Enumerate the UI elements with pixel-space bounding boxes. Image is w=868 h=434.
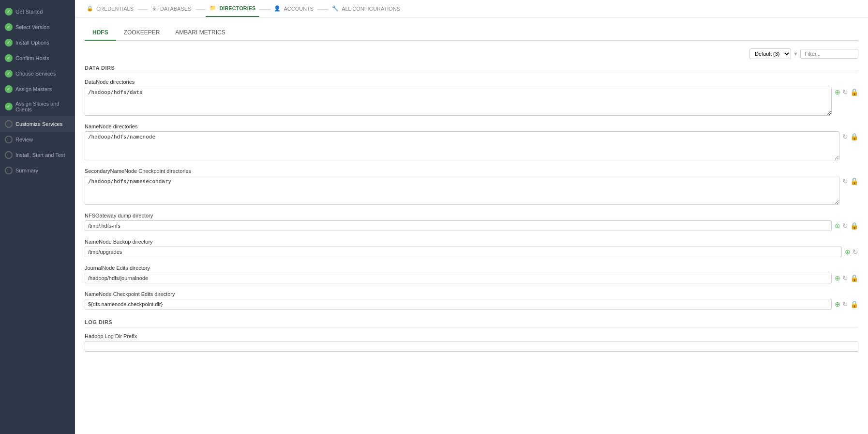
sidebar-item-assign-masters[interactable]: ✓Assign Masters	[0, 81, 75, 97]
credentials-icon: 🔒	[87, 5, 93, 12]
field-input-namenode-dirs[interactable]: /hadoop/hdfs/namenode	[85, 131, 839, 160]
refresh-icon[interactable]: ↻	[842, 301, 848, 308]
field-actions-nfsgateway-dump-dir: ⊕↻🔒	[835, 220, 858, 229]
tabs-bar: HDFSZOOKEEPERAMBARI METRICS	[85, 25, 858, 41]
add-icon[interactable]: ⊕	[835, 222, 840, 229]
field-input-wrap-nfsgateway-dump-dir: ⊕↻🔒	[85, 220, 858, 231]
nav-step-credentials[interactable]: 🔒CREDENTIALS	[83, 5, 137, 12]
field-input-wrap-namenode-dirs: /hadoop/hdfs/namenode↻🔒	[85, 131, 858, 160]
tab-hdfs[interactable]: HDFS	[85, 25, 116, 41]
field-input-datanode-dirs[interactable]: /hadoop/hdfs/data	[85, 87, 832, 116]
field-actions-namenode-checkpoint-edits-dir: ⊕↻🔒	[835, 299, 858, 308]
field-input-wrap-namenode-checkpoint-edits-dir: ⊕↻🔒	[85, 299, 858, 310]
num-icon	[5, 167, 13, 174]
sidebar-item-review[interactable]: Review	[0, 132, 75, 147]
tab-ambari-metrics[interactable]: AMBARI METRICS	[167, 25, 233, 41]
field-row-namenode-checkpoint-edits-dir: NameNode Checkpoint Edits directory⊕↻🔒	[85, 291, 858, 310]
check-icon: ✓	[5, 103, 13, 110]
sections-container: DATA DIRSDataNode directories/hadoop/hdf…	[85, 65, 858, 352]
databases-icon: 🗄	[152, 6, 157, 12]
nav-step-directories[interactable]: 📁DIRECTORIES	[206, 0, 259, 17]
add-icon[interactable]: ⊕	[845, 248, 851, 255]
sidebar-item-label: Choose Services	[15, 71, 56, 77]
nav-step-all-configurations[interactable]: 🔧ALL CONFIGURATIONS	[328, 5, 404, 12]
sidebar-item-confirm-hosts[interactable]: ✓Confirm Hosts	[0, 50, 75, 66]
sidebar-item-label: Install Options	[15, 40, 49, 46]
nav-separator: ——	[317, 6, 328, 12]
lock-icon[interactable]: 🔒	[850, 133, 858, 140]
field-row-secondary-namenode-dirs: SecondaryNameNode Checkpoint directories…	[85, 168, 858, 205]
add-icon[interactable]: ⊕	[835, 301, 840, 308]
accounts-icon: 👤	[274, 5, 281, 12]
nav-step-accounts[interactable]: 👤ACCOUNTS	[270, 5, 317, 12]
nav-separator: ——	[195, 6, 206, 12]
nav-step-label: DATABASES	[160, 6, 191, 12]
nav-separator: ——	[259, 6, 270, 12]
content-area: HDFSZOOKEEPERAMBARI METRICS Default (3) …	[75, 17, 868, 434]
field-input-secondary-namenode-dirs[interactable]: /hadoop/hdfs/namesecondary	[85, 176, 839, 205]
field-actions-datanode-dirs: ⊕↻🔒	[835, 87, 858, 95]
refresh-icon[interactable]: ↻	[842, 275, 848, 281]
nav-separator: ——	[137, 6, 148, 12]
field-row-datanode-dirs: DataNode directories/hadoop/hdfs/data⊕↻🔒	[85, 79, 858, 116]
sidebar-item-label: Review	[15, 137, 33, 142]
sidebar-item-install-start-test[interactable]: Install, Start and Test	[0, 147, 75, 163]
field-input-nfsgateway-dump-dir[interactable]	[85, 220, 832, 231]
field-input-wrap-namenode-backup-dir: ⊕↻	[85, 247, 858, 257]
field-input-namenode-backup-dir[interactable]	[85, 247, 842, 257]
add-icon[interactable]: ⊕	[835, 89, 840, 95]
sidebar-item-label: Customize Services	[15, 121, 62, 127]
sidebar-item-install-options[interactable]: ✓Install Options	[0, 35, 75, 50]
field-row-journalnode-edits-dir: JournalNode Edits directory⊕↻🔒	[85, 265, 858, 283]
field-label-nfsgateway-dump-dir: NFSGateway dump directory	[85, 213, 858, 218]
field-actions-namenode-dirs: ↻🔒	[842, 131, 858, 140]
dropdown-arrow: ▼	[793, 51, 798, 57]
field-row-nfsgateway-dump-dir: NFSGateway dump directory⊕↻🔒	[85, 213, 858, 231]
field-input-hadoop-log-dir-prefix[interactable]	[85, 341, 858, 352]
sidebar-item-label: Get Started	[15, 9, 43, 15]
field-label-datanode-dirs: DataNode directories	[85, 79, 858, 85]
nav-step-databases[interactable]: 🗄DATABASES	[148, 6, 195, 12]
lock-icon[interactable]: 🔒	[850, 222, 858, 229]
field-input-wrap-datanode-dirs: /hadoop/hdfs/data⊕↻🔒	[85, 87, 858, 116]
section-log-dirs: LOG DIRSHadoop Log Dir Prefix	[85, 319, 858, 352]
nav-step-label: ACCOUNTS	[284, 6, 314, 12]
tab-zookeeper[interactable]: ZOOKEEPER	[116, 25, 168, 41]
sidebar-item-choose-services[interactable]: ✓Choose Services	[0, 66, 75, 81]
default-select[interactable]: Default (3)	[749, 48, 791, 59]
filter-input[interactable]	[800, 49, 858, 59]
field-input-journalnode-edits-dir[interactable]	[85, 273, 832, 283]
field-label-namenode-checkpoint-edits-dir: NameNode Checkpoint Edits directory	[85, 291, 858, 297]
refresh-icon[interactable]: ↻	[853, 248, 858, 255]
sidebar-item-summary[interactable]: Summary	[0, 163, 75, 178]
field-label-secondary-namenode-dirs: SecondaryNameNode Checkpoint directories	[85, 168, 858, 174]
add-icon[interactable]: ⊕	[835, 275, 840, 281]
num-icon	[5, 120, 13, 128]
field-actions-namenode-backup-dir: ⊕↻	[845, 247, 858, 255]
top-nav: 🔒CREDENTIALS——🗄DATABASES——📁DIRECTORIES——…	[75, 0, 868, 17]
section-title-data-dirs: DATA DIRS	[85, 65, 858, 73]
sidebar-item-customize-services[interactable]: Customize Services	[0, 116, 75, 132]
field-actions-secondary-namenode-dirs: ↻🔒	[842, 176, 858, 185]
lock-icon[interactable]: 🔒	[850, 89, 858, 95]
field-label-namenode-backup-dir: NameNode Backup directory	[85, 239, 858, 245]
refresh-icon[interactable]: ↻	[842, 222, 848, 229]
refresh-icon[interactable]: ↻	[842, 89, 848, 95]
lock-icon[interactable]: 🔒	[850, 275, 858, 281]
sidebar-item-label: Select Version	[15, 24, 49, 30]
lock-icon[interactable]: 🔒	[850, 178, 858, 185]
field-row-hadoop-log-dir-prefix: Hadoop Log Dir Prefix	[85, 333, 858, 352]
refresh-icon[interactable]: ↻	[842, 178, 848, 185]
field-input-namenode-checkpoint-edits-dir[interactable]	[85, 299, 832, 310]
sidebar-item-label: Summary	[15, 168, 38, 173]
lock-icon[interactable]: 🔒	[850, 301, 858, 308]
sidebar-item-assign-slaves[interactable]: ✓Assign Slaves and Clients	[0, 97, 75, 116]
section-title-log-dirs: LOG DIRS	[85, 319, 858, 327]
field-label-namenode-dirs: NameNode directories	[85, 124, 858, 129]
sidebar-item-select-version[interactable]: ✓Select Version	[0, 19, 75, 35]
field-input-wrap-journalnode-edits-dir: ⊕↻🔒	[85, 273, 858, 283]
sidebar-item-get-started[interactable]: ✓Get Started	[0, 4, 75, 19]
check-icon: ✓	[5, 85, 13, 93]
field-row-namenode-dirs: NameNode directories/hadoop/hdfs/namenod…	[85, 124, 858, 160]
refresh-icon[interactable]: ↻	[842, 133, 848, 140]
